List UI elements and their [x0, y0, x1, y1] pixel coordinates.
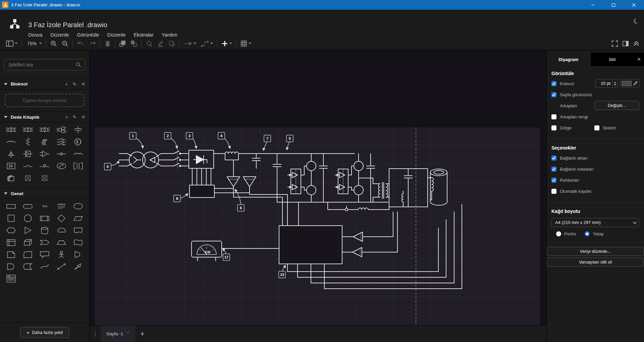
to-back-button[interactable] — [130, 40, 137, 47]
add-page-button[interactable]: + — [135, 330, 150, 338]
shape-capacitor[interactable] — [70, 124, 87, 135]
shape-broken-shape[interactable] — [19, 173, 36, 183]
shape-square[interactable] — [3, 213, 19, 224]
shape-terminal-a[interactable] — [19, 161, 36, 171]
fill-color-button[interactable] — [146, 40, 152, 47]
close-icon[interactable]: ✕ — [81, 81, 85, 87]
shape-card[interactable] — [19, 249, 36, 260]
shape-data-storage[interactable] — [19, 261, 36, 272]
search-input[interactable] — [4, 59, 85, 70]
zoom-select[interactable]: 75% — [26, 41, 42, 46]
collapse-toolbar-button[interactable] — [633, 41, 639, 46]
shape-switch-3pole[interactable] — [53, 136, 70, 147]
guides-checkbox[interactable] — [551, 178, 556, 183]
shape-document[interactable] — [70, 225, 87, 236]
delete-button[interactable] — [105, 40, 111, 47]
grid-color-button[interactable] — [620, 79, 639, 88]
minimize-button[interactable] — [583, 0, 603, 10]
edit-icon[interactable]: ✎ — [73, 114, 77, 120]
shape-diamond[interactable] — [53, 213, 70, 224]
tab-diyagram[interactable]: Diyagram — [547, 53, 590, 66]
shape-and[interactable] — [3, 261, 19, 272]
shape-callout[interactable] — [36, 249, 53, 260]
connection-style-button[interactable] — [183, 42, 196, 46]
waypoints-button[interactable] — [201, 40, 213, 47]
shape-actor[interactable] — [53, 249, 70, 260]
shape-or[interactable] — [70, 249, 87, 260]
edit-data-button[interactable]: Veriyi düzenle... — [547, 247, 644, 256]
shape-buffer-box[interactable] — [19, 149, 36, 159]
shape-terminal-b[interactable] — [36, 161, 53, 171]
shape-step[interactable] — [36, 237, 53, 248]
add-icon[interactable]: + — [65, 114, 68, 120]
shape-opamp[interactable] — [36, 149, 53, 159]
tab-stil[interactable]: Stil — [590, 53, 634, 66]
sketch-checkbox[interactable] — [594, 125, 599, 130]
connection-arrows-checkbox[interactable] — [551, 156, 556, 161]
shape-meter-oval[interactable] — [53, 161, 70, 171]
grid-size-input[interactable]: 10 pt — [595, 79, 613, 88]
shape-hexagon[interactable] — [3, 225, 19, 236]
view-panels-button[interactable] — [6, 41, 17, 47]
zoom-out-button[interactable] — [62, 40, 68, 47]
bg-color-checkbox[interactable] — [551, 114, 556, 119]
change-background-button[interactable]: Değiştir... — [594, 101, 639, 110]
shape-tape[interactable] — [70, 237, 87, 248]
scratchpad-dropzone[interactable]: Ögeleri buraya sürükle — [5, 94, 85, 107]
shape-circle[interactable] — [19, 213, 36, 224]
line-color-button[interactable] — [157, 40, 164, 47]
dark-mode-toggle[interactable]: ☾ — [632, 16, 640, 26]
section-bloknot[interactable]: Bloknot + ✎ ✕ — [0, 79, 89, 90]
redo-button[interactable] — [89, 41, 96, 47]
shape-rotary-meter[interactable] — [70, 136, 87, 147]
autosave-checkbox[interactable] — [551, 189, 556, 194]
shape-arrow[interactable] — [70, 261, 87, 272]
section-dede-kitaplik[interactable]: Dede Kitaplık + ✎ ✕ — [0, 112, 89, 122]
close-panel-icon[interactable]: ✕ — [634, 53, 644, 66]
shape-rounded-rectangle[interactable] — [19, 201, 36, 212]
shape-curve[interactable] — [36, 261, 53, 272]
fullscreen-button[interactable] — [612, 41, 618, 47]
undo-button[interactable] — [77, 41, 84, 47]
shape-transformer-3circle[interactable] — [53, 124, 70, 135]
shape-cylinder[interactable] — [36, 225, 53, 236]
shape-rectangle[interactable] — [3, 201, 19, 212]
shape-process[interactable] — [36, 213, 53, 224]
landscape-radio[interactable]: Yatay — [585, 231, 603, 236]
insert-button[interactable] — [221, 40, 232, 47]
shape-transformer-2coil-b[interactable] — [19, 124, 36, 135]
shape-text[interactable]: Text — [36, 201, 53, 212]
page-view-checkbox[interactable] — [551, 92, 556, 97]
shape-coil-large[interactable] — [36, 136, 53, 147]
clear-default-style-button[interactable]: Varsayılan stili sil — [547, 258, 644, 267]
shape-transformer-2coil-c[interactable] — [36, 124, 53, 135]
section-genel[interactable]: Genel — [0, 188, 89, 199]
shape-note[interactable] — [3, 249, 19, 260]
shape-ellipse[interactable] — [70, 201, 87, 212]
shape-coil-vertical[interactable] — [19, 136, 36, 147]
shape-cloud[interactable] — [53, 225, 70, 236]
close-button[interactable] — [624, 0, 644, 10]
portrait-radio[interactable]: Portre — [556, 231, 576, 236]
grid-size-stepper[interactable] — [613, 79, 618, 88]
shape-trapezoid[interactable] — [53, 237, 70, 248]
connection-points-checkbox[interactable] — [551, 167, 556, 172]
paper-size-select[interactable]: A4 (210 mm x 297 mm) — [551, 218, 639, 227]
shape-diode-box[interactable] — [3, 161, 19, 171]
shape-wire-terminal[interactable] — [53, 149, 70, 159]
shape-bidirectional-arrow[interactable] — [53, 261, 70, 272]
shadow-checkbox[interactable] — [551, 125, 556, 130]
shape-transformer-core[interactable] — [3, 173, 19, 183]
add-icon[interactable]: + — [65, 81, 68, 87]
shape-antenna-ground[interactable] — [3, 149, 19, 159]
shape-triangle[interactable] — [19, 225, 36, 236]
maximize-button[interactable] — [603, 0, 624, 10]
edit-icon[interactable]: ✎ — [73, 81, 77, 87]
shape-parallelogram[interactable] — [70, 213, 87, 224]
shape-list[interactable] — [3, 273, 19, 284]
shape-transformer-2coil[interactable] — [3, 124, 19, 135]
to-front-button[interactable] — [119, 40, 126, 47]
shape-cube[interactable] — [19, 237, 36, 248]
shape-inductor[interactable] — [3, 136, 19, 147]
pages-menu-button[interactable]: ⋮ — [90, 331, 101, 337]
